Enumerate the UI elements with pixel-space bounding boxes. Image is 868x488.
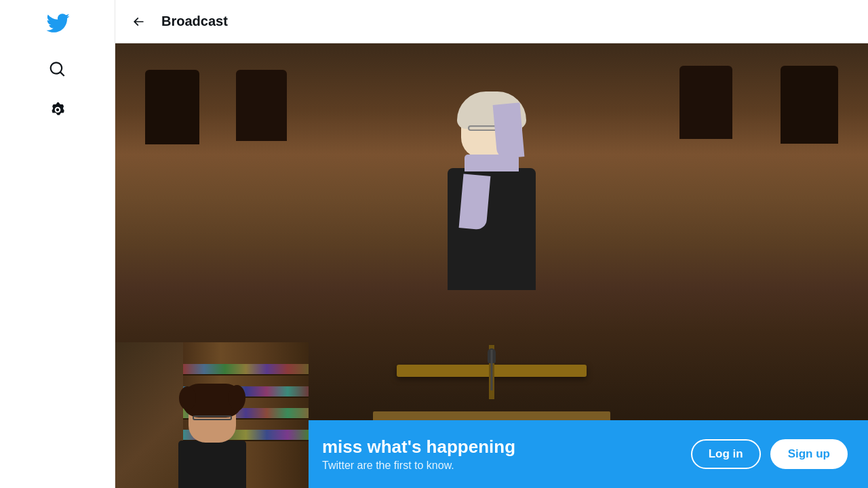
page-title: Broadcast xyxy=(161,14,228,29)
video-container[interactable]: Senator Patty Murray · 15.5K viewers 1:5… xyxy=(115,43,868,488)
bg-chair-left-2 xyxy=(236,70,287,141)
twitter-logo[interactable] xyxy=(41,7,74,39)
settings-icon-button[interactable] xyxy=(41,94,74,126)
login-button[interactable]: Log in xyxy=(691,439,761,469)
bg-chair-right-1 xyxy=(781,66,838,144)
pip-video xyxy=(115,342,309,488)
search-icon-button[interactable] xyxy=(41,53,74,85)
banner-text: miss what's happening Twitter are the fi… xyxy=(322,436,691,471)
banner-buttons: Log in Sign up xyxy=(691,439,848,469)
back-button[interactable] xyxy=(126,9,151,34)
bg-chair-right-2 xyxy=(679,66,732,139)
signup-banner: miss what's happening Twitter are the fi… xyxy=(309,420,868,488)
signup-button[interactable]: Sign up xyxy=(770,439,848,469)
microphone-stand xyxy=(491,350,493,390)
banner-subtext: Twitter are the first to know. xyxy=(322,460,691,472)
banner-headline: miss what's happening xyxy=(322,436,691,458)
sidebar xyxy=(0,0,115,488)
main-content: Broadcast xyxy=(115,0,868,488)
bg-chair-left-1 xyxy=(145,70,199,144)
page-header: Broadcast xyxy=(115,0,868,43)
